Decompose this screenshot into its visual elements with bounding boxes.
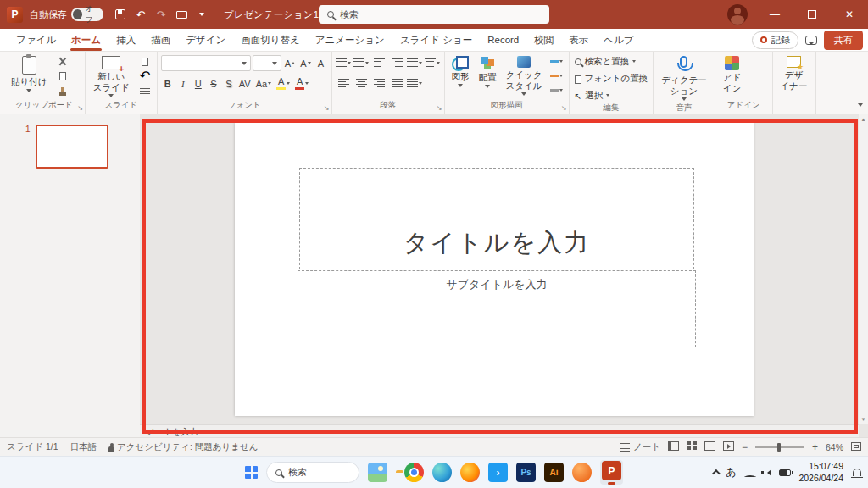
maximize-button[interactable] — [793, 0, 831, 29]
tab-home[interactable]: ホーム — [64, 29, 108, 51]
font-name-select[interactable] — [161, 55, 251, 71]
find-replace-button[interactable]: 検索と置換 — [573, 54, 638, 69]
quick-styles-button[interactable]: クイック スタイル — [503, 54, 546, 97]
office-button[interactable] — [572, 463, 592, 482]
widgets-button[interactable] — [368, 463, 387, 482]
reading-view-button[interactable] — [704, 441, 715, 452]
arrange-button[interactable]: 配置 — [476, 54, 500, 90]
record-button[interactable]: 記録 — [752, 31, 798, 49]
volume-button[interactable] — [764, 469, 771, 476]
vertical-scrollbar[interactable]: ▲ ▼ — [859, 114, 868, 424]
user-avatar[interactable] — [727, 4, 748, 25]
tab-view[interactable]: 表示 — [561, 29, 596, 51]
share-button[interactable]: 共有 — [824, 30, 863, 50]
change-case-button[interactable]: Aa — [254, 76, 273, 92]
text-direction-button[interactable] — [425, 56, 441, 71]
decrease-font-size-button[interactable]: A — [298, 56, 312, 71]
vscode-button[interactable]: › — [488, 463, 508, 482]
tab-review[interactable]: 校閲 — [526, 29, 561, 51]
undo-icon[interactable]: ↶ — [131, 3, 151, 25]
strikethrough-button[interactable]: S — [207, 76, 220, 92]
numbering-button[interactable] — [353, 56, 370, 71]
tab-insert[interactable]: 挿入 — [108, 29, 143, 51]
tab-file[interactable]: ファイル — [8, 29, 64, 51]
fit-to-window-button[interactable] — [851, 442, 861, 452]
paragraph-dialog-launcher-icon[interactable]: ↘ — [437, 105, 442, 112]
decrease-indent-button[interactable] — [371, 56, 387, 71]
underline-button[interactable]: U — [192, 76, 205, 92]
tab-help[interactable]: ヘルプ — [596, 29, 641, 51]
zoom-level[interactable]: 64% — [826, 442, 843, 452]
ime-indicator[interactable]: あ — [726, 465, 736, 480]
reset-slide-icon[interactable]: ↶ — [136, 69, 153, 82]
firefox-button[interactable] — [460, 463, 480, 482]
align-left-button[interactable] — [336, 76, 352, 92]
line-spacing-button[interactable] — [407, 56, 423, 71]
notes-toggle-button[interactable]: ノート — [620, 441, 660, 453]
copy-icon[interactable] — [54, 69, 71, 82]
clock[interactable]: 15:07:49 2026/04/24 — [798, 461, 843, 484]
highlight-color-button[interactable]: A — [275, 76, 292, 92]
slide-sorter-view-button[interactable] — [687, 441, 697, 452]
font-size-select[interactable] — [253, 55, 281, 71]
bold-button[interactable]: B — [161, 76, 175, 92]
scroll-down-icon[interactable]: ▼ — [861, 417, 866, 422]
zoom-in-button[interactable]: + — [812, 441, 818, 453]
slide-layout-icon[interactable] — [136, 54, 153, 68]
redo-icon[interactable]: ↷ — [151, 3, 171, 25]
addins-button[interactable]: アド イン — [719, 54, 746, 95]
powerpoint-app-icon[interactable]: P — [7, 7, 23, 23]
tray-chevron-icon[interactable] — [712, 469, 718, 475]
tab-slideshow[interactable]: スライド ショー — [392, 29, 480, 51]
font-color-button[interactable]: A — [293, 76, 310, 92]
clear-formatting-button[interactable]: A — [314, 56, 328, 71]
columns-button[interactable] — [407, 76, 423, 92]
chrome-button[interactable] — [404, 463, 424, 482]
slide-canvas[interactable]: タイトルを入力 サブタイトルを入力 — [235, 123, 754, 416]
subtitle-placeholder[interactable]: サブタイトルを入力 — [298, 270, 696, 347]
shapes-button[interactable]: 図形 — [448, 54, 473, 89]
collapse-ribbon-icon[interactable] — [858, 95, 863, 110]
character-spacing-button[interactable]: AV — [237, 76, 253, 92]
shape-fill-button[interactable] — [548, 54, 565, 68]
increase-font-size-button[interactable]: A — [283, 56, 297, 71]
autosave-toggle[interactable]: オフ — [71, 8, 103, 21]
slide-thumbnail-1[interactable] — [36, 125, 108, 169]
designer-button[interactable]: デザ イナー — [776, 54, 812, 92]
tab-animations[interactable]: アニメーション — [308, 29, 392, 51]
select-button[interactable]: ↖ 選択 — [573, 88, 612, 103]
comments-button[interactable] — [805, 36, 817, 45]
start-button[interactable] — [245, 466, 258, 479]
italic-button[interactable]: I — [176, 76, 190, 92]
illustrator-button[interactable]: Ai — [544, 463, 564, 482]
title-placeholder[interactable]: タイトルを入力 — [299, 168, 694, 269]
minimize-button[interactable]: — — [756, 0, 793, 29]
powerpoint-taskbar-button[interactable]: P — [600, 460, 623, 485]
new-slide-button[interactable]: 新しい スライド — [89, 54, 134, 99]
shape-outline-button[interactable] — [548, 69, 565, 82]
accessibility-button[interactable]: アクセシビリティ: 問題ありません — [108, 441, 259, 453]
zoom-slider-thumb[interactable] — [777, 443, 781, 452]
section-icon[interactable] — [136, 83, 153, 97]
text-shadow-button[interactable]: S — [222, 76, 236, 92]
slideshow-view-button[interactable] — [723, 441, 734, 452]
zoom-out-button[interactable]: − — [742, 441, 748, 453]
wifi-button[interactable] — [743, 468, 756, 477]
font-dialog-launcher-icon[interactable]: ↘ — [324, 105, 330, 112]
align-center-button[interactable] — [353, 76, 370, 92]
clipboard-dialog-launcher-icon[interactable]: ↘ — [77, 105, 83, 112]
zoom-slider[interactable] — [755, 446, 804, 448]
bullets-button[interactable] — [336, 56, 352, 71]
battery-button[interactable] — [779, 469, 791, 476]
align-right-button[interactable] — [371, 76, 387, 92]
drawing-dialog-launcher-icon[interactable]: ↘ — [561, 105, 567, 112]
increase-indent-button[interactable] — [389, 56, 405, 71]
taskbar-search[interactable]: 検索 — [266, 462, 359, 483]
replace-fonts-button[interactable]: フォントの置換 — [573, 71, 650, 86]
cut-icon[interactable] — [54, 54, 71, 68]
close-button[interactable]: ✕ — [831, 0, 868, 29]
quick-access-chevron-icon[interactable] — [192, 3, 212, 25]
tab-design[interactable]: デザイン — [178, 29, 233, 51]
language-button[interactable]: 日本語 — [70, 441, 97, 453]
search-box[interactable]: 検索 — [319, 5, 549, 24]
